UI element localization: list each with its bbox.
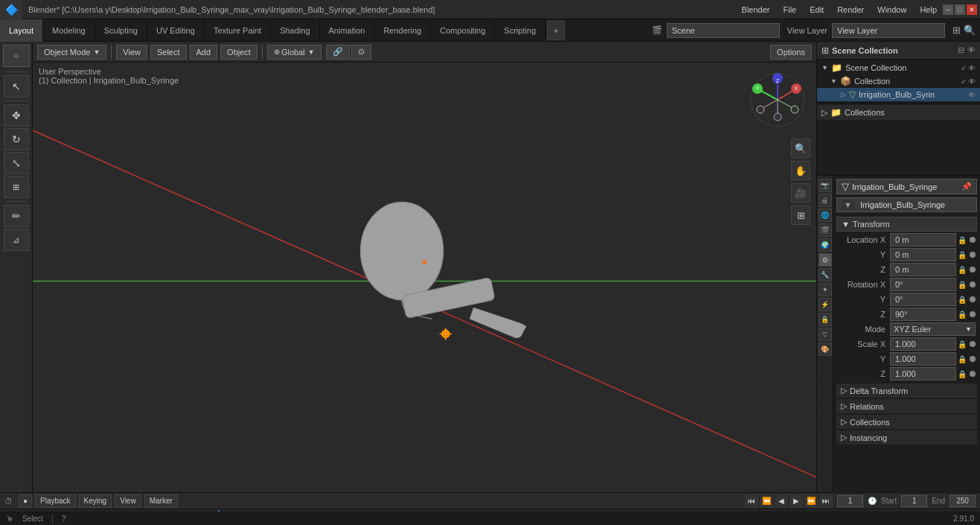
tree-item-mesh[interactable]: ▷ ▽ Irrigation_Bulb_Syrin 👁 [817, 88, 980, 101]
props-object-tab[interactable]: ⊙ [819, 253, 832, 267]
camera-icon-btn[interactable]: 🎥 [791, 183, 810, 203]
rotate-tool[interactable]: ↻ [4, 128, 29, 150]
viewport[interactable]: Object Mode ▼ View Select Add Object ⊕ G… [33, 42, 816, 492]
tab-sculpting[interactable]: Sculpting [95, 19, 147, 42]
tab-texture-paint[interactable]: Texture Paint [205, 19, 271, 42]
props-render-tab[interactable]: 📷 [819, 179, 832, 192]
location-z-keyframe[interactable] [970, 267, 976, 273]
measure-tool[interactable]: ⊿ [4, 229, 29, 251]
tab-rendering[interactable]: Rendering [374, 19, 431, 42]
location-x-keyframe[interactable] [970, 237, 976, 243]
navigation-gizmo[interactable]: Z X Y [748, 70, 807, 130]
rotation-y-value[interactable]: 0° [890, 293, 956, 306]
playback-btn[interactable]: Playback [35, 494, 76, 508]
transform-tool[interactable]: ⊞ [4, 176, 29, 198]
rotation-mode-selector[interactable]: XYZ Euler ▼ [890, 322, 976, 336]
scale-tool[interactable]: ⤡ [4, 152, 29, 174]
object-mode-dropdown[interactable]: Object Mode ▼ [37, 45, 106, 60]
tab-uv-editing[interactable]: UV Editing [147, 19, 205, 42]
proportional-btn[interactable]: ⊙ [351, 45, 371, 60]
close-button[interactable]: ✕ [967, 4, 977, 15]
move-tool[interactable]: ✥ [4, 104, 29, 127]
scene-eye-icon[interactable]: 👁 [968, 64, 976, 72]
scale-y-value[interactable]: 1.000 [890, 352, 956, 366]
scale-z-value[interactable]: 1.000 [890, 367, 956, 381]
object-menu-btn[interactable]: Object [220, 45, 257, 60]
rotation-z-lock[interactable]: 🔒 [958, 311, 968, 319]
zoom-icon-btn[interactable]: 🔍 [791, 139, 810, 158]
record-btn[interactable]: ● [19, 494, 32, 508]
scale-x-value[interactable]: 1.000 [890, 337, 956, 351]
props-modifier-tab[interactable]: 🔧 [819, 268, 832, 281]
view-timeline-btn[interactable]: View [115, 494, 141, 508]
props-constraints-tab[interactable]: 🔒 [819, 313, 832, 326]
ortho-icon-btn[interactable]: ⊞ [791, 206, 810, 225]
keying-btn[interactable]: Keying [79, 494, 112, 508]
maximize-button[interactable]: □ [955, 4, 965, 15]
menu-help[interactable]: Help [914, 4, 943, 16]
add-workspace-button[interactable]: + [547, 21, 565, 40]
rotation-z-keyframe[interactable] [970, 311, 976, 317]
view-layer-input[interactable] [832, 23, 945, 38]
menu-render[interactable]: Render [831, 4, 870, 16]
cursor-tool[interactable]: ↖ [4, 75, 29, 98]
location-x-lock[interactable]: 🔒 [958, 236, 968, 244]
menu-blender[interactable]: Blender [736, 4, 776, 16]
rotation-y-lock[interactable]: 🔒 [958, 296, 968, 304]
start-frame-input[interactable] [901, 495, 927, 507]
instancing-header[interactable]: ▷ Instancing [836, 430, 977, 445]
relations-header[interactable]: ▷ Relations [836, 399, 977, 413]
end-frame-input[interactable] [949, 495, 976, 507]
tab-animation[interactable]: Animation [320, 19, 375, 42]
tab-layout[interactable]: Layout [0, 19, 43, 42]
annotate-tool[interactable]: ✏ [4, 205, 29, 227]
viewport-canvas[interactable] [33, 63, 816, 492]
location-z-value[interactable]: 0 m [890, 263, 956, 276]
scale-y-keyframe[interactable] [970, 356, 976, 362]
location-z-lock[interactable]: 🔒 [958, 266, 968, 274]
select-menu-btn[interactable]: Select [150, 45, 187, 60]
play-backward-btn[interactable]: ◀ [775, 494, 788, 508]
collection-check-icon[interactable]: ✓ [961, 77, 967, 86]
marker-btn[interactable]: Marker [144, 494, 178, 508]
options-btn[interactable]: Options [770, 45, 812, 60]
tab-scripting[interactable]: Scripting [495, 19, 545, 42]
props-particles-tab[interactable]: ✦ [819, 283, 832, 296]
outliner-filter-icon[interactable]: ⊟ [958, 45, 964, 55]
location-y-value[interactable]: 0 m [890, 248, 956, 261]
pin-icon[interactable]: 📌 [961, 182, 972, 191]
mesh-eye-icon[interactable]: 👁 [968, 91, 976, 99]
tab-shading[interactable]: Shading [271, 19, 319, 42]
scale-x-lock[interactable]: 🔒 [958, 340, 968, 349]
scale-y-lock[interactable]: 🔒 [958, 355, 968, 363]
rotation-x-value[interactable]: 0° [890, 278, 956, 291]
next-keyframe-btn[interactable]: ⏩ [804, 494, 818, 508]
scene-check-icon[interactable]: ✓ [961, 64, 967, 72]
tab-compositing[interactable]: Compositing [431, 19, 495, 42]
scene-input[interactable] [667, 23, 780, 38]
tree-item-scene-collection[interactable]: ▼ 📁 Scene Collection ✓ 👁 [817, 61, 980, 74]
pan-icon-btn[interactable]: ✋ [791, 161, 810, 180]
transform-dropdown[interactable]: ⊕ Global ▼ [267, 45, 321, 60]
location-y-lock[interactable]: 🔒 [958, 251, 968, 259]
scale-x-keyframe[interactable] [970, 341, 976, 347]
location-x-value[interactable]: 0 m [890, 233, 956, 246]
tab-modeling[interactable]: Modeling [43, 19, 95, 42]
scale-z-keyframe[interactable] [970, 371, 976, 377]
tree-item-collection[interactable]: ▼ 📦 Collection ✓ 👁 [817, 74, 980, 88]
menu-file[interactable]: File [777, 4, 802, 16]
rotation-z-value[interactable]: 90° [890, 308, 956, 321]
mode-select-btn[interactable]: ⊹ [3, 45, 30, 67]
location-y-keyframe[interactable] [970, 252, 976, 258]
add-menu-btn[interactable]: Add [190, 45, 218, 60]
props-physics-tab[interactable]: ⚡ [819, 298, 832, 311]
scale-z-lock[interactable]: 🔒 [958, 370, 968, 378]
transform-section-header[interactable]: ▼ Transform [836, 217, 977, 232]
props-world-tab[interactable]: 🌍 [819, 238, 832, 252]
jump-start-btn[interactable]: ⏮ [745, 494, 758, 508]
jump-end-btn[interactable]: ⏭ [819, 494, 833, 508]
collections-prop-header[interactable]: ▷ Collections [836, 415, 977, 429]
snap-btn[interactable]: 🔗 [326, 45, 350, 60]
menu-edit[interactable]: Edit [804, 4, 830, 16]
object-name-field[interactable]: ▽ Irrigation_Bulb_Syringe 📌 [836, 179, 977, 194]
